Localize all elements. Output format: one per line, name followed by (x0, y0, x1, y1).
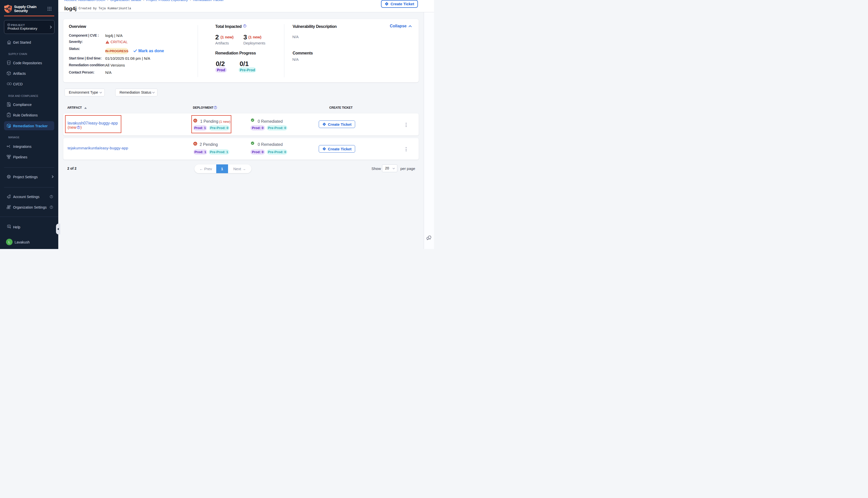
svg-text:?: ? (8, 225, 10, 228)
